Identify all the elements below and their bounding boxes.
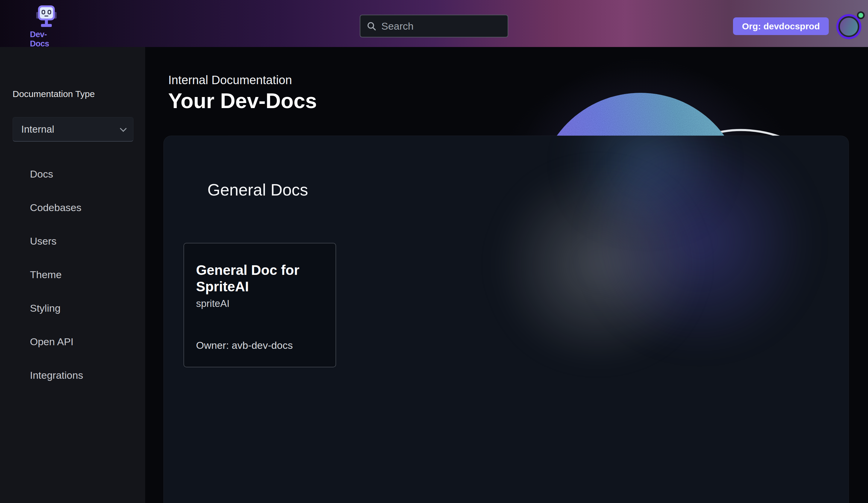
header-bar: Dev-Docs Org: devdocsprod [0,0,868,47]
sidebar-item-open-api[interactable]: Open API [0,325,145,358]
sidebar-item-integrations[interactable]: Integrations [0,358,145,392]
avatar-image [838,16,859,37]
sidebar-item-users[interactable]: Users [0,224,145,258]
doc-card[interactable]: General Doc for SpriteAI spriteAI Owner:… [184,243,336,367]
online-status-dot [857,11,865,19]
doc-card-subtitle: spriteAI [196,298,323,309]
sidebar-item-docs[interactable]: Docs [0,157,145,191]
main-area: Internal Documentation Your Dev-Docs Gen… [145,47,868,503]
search-bar[interactable] [360,15,508,38]
docs-panel: General Docs General Doc for SpriteAI sp… [163,136,849,503]
dropdown-selected-value: Internal [21,124,54,135]
doc-type-dropdown[interactable]: Internal [12,117,134,142]
search-input[interactable] [381,20,514,32]
sidebar: Documentation Type Internal Docs Codebas… [0,47,145,503]
sidebar-item-theme[interactable]: Theme [0,258,145,291]
dev-docs-logo[interactable]: Dev-Docs [30,6,63,49]
sidebar-nav: Docs Codebases Users Theme Styling Open … [0,157,145,392]
doc-type-label: Documentation Type [12,89,145,99]
chevron-down-icon [120,125,127,132]
sidebar-item-codebases[interactable]: Codebases [0,191,145,224]
doc-card-title: General Doc for SpriteAI [196,262,323,295]
panel-glow-gray [487,172,709,358]
sidebar-item-styling[interactable]: Styling [0,291,145,325]
robot-icon [38,6,55,29]
doc-card-owner: Owner: avb-dev-docs [196,340,293,351]
panel-title: General Docs [207,180,308,199]
logo-label: Dev-Docs [30,30,63,49]
org-button[interactable]: Org: devdocsprod [733,17,829,35]
search-icon [366,21,376,31]
